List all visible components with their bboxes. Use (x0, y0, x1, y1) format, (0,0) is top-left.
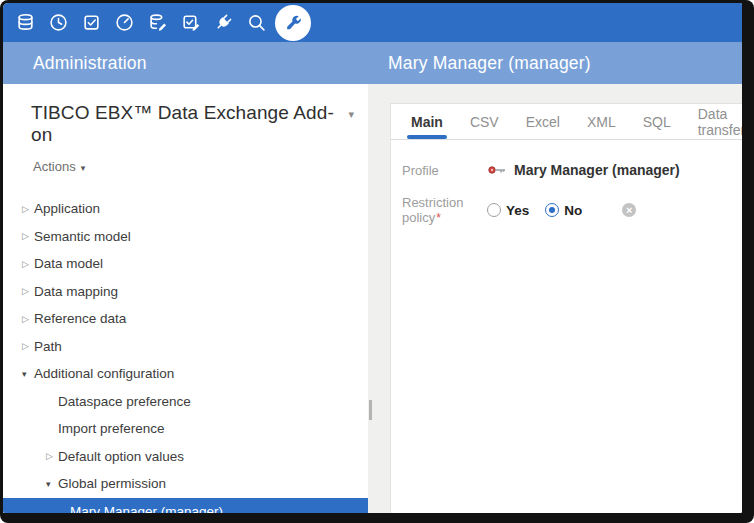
tree-item-path[interactable]: ▷Path (3, 333, 368, 361)
tab-bar: MainCSVExcelXMLSQLData transfer (391, 104, 742, 140)
expand-collapsed-icon[interactable]: ▷ (22, 286, 34, 296)
record-form-card: MainCSVExcelXMLSQLData transfer Profile (390, 103, 742, 513)
checklist-icon (82, 13, 101, 32)
profile-label: Profile (402, 163, 487, 178)
tab-sql[interactable]: SQL (643, 104, 671, 140)
record-form: Profile Mary Manager (manager) (391, 140, 742, 225)
expand-expanded-icon[interactable]: ▾ (46, 479, 58, 489)
tree-item-label: Global permission (58, 476, 166, 491)
restriction-policy-radio-group: YesNo× (487, 203, 636, 218)
right-pane-header: Mary Manager (manager) (368, 42, 742, 84)
tree-item-label: Import preference (58, 421, 165, 436)
form-edit-icon[interactable] (174, 3, 207, 42)
clock-icon (49, 13, 68, 32)
left-pane-title: Administration (33, 53, 147, 74)
tab-main[interactable]: Main (411, 104, 443, 140)
tree-item-dataspace-preference[interactable]: Dataspace preference (3, 388, 368, 416)
tree-item-label: Additional configuration (34, 366, 174, 381)
radio-yes-label: Yes (506, 203, 529, 218)
tree-item-import-preference[interactable]: Import preference (3, 415, 368, 443)
expand-collapsed-icon[interactable]: ▷ (22, 231, 34, 241)
page-title: Mary Manager (manager) (388, 53, 591, 74)
tree-item-global-permission[interactable]: ▾Global permission (3, 470, 368, 498)
expand-collapsed-icon[interactable]: ▷ (22, 259, 34, 269)
tree-item-application[interactable]: ▷Application (3, 195, 368, 223)
required-asterisk: * (436, 211, 441, 225)
plug-icon (214, 13, 233, 32)
expand-collapsed-icon[interactable]: ▷ (22, 314, 34, 324)
chevron-down-icon: ▾ (81, 163, 86, 173)
expand-collapsed-icon[interactable]: ▷ (22, 341, 34, 351)
radio-yes[interactable]: Yes (487, 203, 529, 218)
wrench-icon-active[interactable] (273, 3, 313, 42)
expand-expanded-icon[interactable]: ▾ (22, 369, 34, 379)
left-pane-header: Administration (3, 42, 368, 84)
profile-value: Mary Manager (manager) (514, 162, 680, 178)
tree-item-label: Dataspace preference (58, 394, 191, 409)
expand-collapsed-icon[interactable]: ▷ (22, 204, 34, 214)
module-dropdown-caret-icon[interactable]: ▾ (348, 108, 354, 121)
radio-no-label: No (564, 203, 582, 218)
app-content: Administration Mary Manager (manager) TI… (3, 3, 742, 513)
tree-item-data-mapping[interactable]: ▷Data mapping (3, 278, 368, 306)
main-body: TIBCO EBX™ Data Exchange Add-on ▾ Action… (3, 84, 742, 513)
tree-item-label: Default option values (58, 449, 184, 464)
restriction-policy-field: Restriction policy* YesNo× (402, 195, 742, 225)
top-toolbar (3, 3, 742, 42)
header-bar: Administration Mary Manager (manager) (3, 42, 742, 84)
profile-field: Profile Mary Manager (manager) (402, 160, 742, 180)
tree-item-label: Application (34, 201, 100, 216)
tab-data-transfer[interactable]: Data transfer (698, 104, 742, 140)
tree-item-label: Mary Manager (manager) (70, 504, 223, 513)
tree-item-data-model[interactable]: ▷Data model (3, 250, 368, 278)
navigation-panel: TIBCO EBX™ Data Exchange Add-on ▾ Action… (3, 84, 368, 513)
wrench-icon (275, 5, 311, 41)
clear-value-button[interactable]: × (622, 203, 636, 217)
tree-item-mary-manager-manager[interactable]: Mary Manager (manager) (3, 498, 368, 514)
tree-item-label: Semantic model (34, 229, 131, 244)
data-edit-icon[interactable] (141, 3, 174, 42)
module-title: TIBCO EBX™ Data Exchange Add-on (31, 102, 334, 145)
tree-item-semantic-model[interactable]: ▷Semantic model (3, 223, 368, 251)
database-icon (16, 13, 35, 32)
radio-no[interactable]: No (545, 203, 582, 218)
clock-icon[interactable] (42, 3, 75, 42)
search-icon (247, 13, 266, 32)
tree-item-label: Data mapping (34, 284, 118, 299)
navigation-tree: ▷Application▷Semantic model▷Data model▷D… (3, 195, 368, 513)
data-edit-icon (148, 13, 168, 32)
module-title-row: TIBCO EBX™ Data Exchange Add-on ▾ (3, 84, 368, 146)
dashboard-icon[interactable] (108, 3, 141, 42)
app-window: Administration Mary Manager (manager) TI… (0, 0, 754, 523)
tree-item-label: Data model (34, 256, 103, 271)
tab-csv[interactable]: CSV (470, 104, 499, 140)
database-icon[interactable] (9, 3, 42, 42)
search-icon[interactable] (240, 3, 273, 42)
expand-collapsed-icon[interactable]: ▷ (46, 451, 58, 461)
foreign-key-icon[interactable] (487, 164, 506, 176)
tree-item-reference-data[interactable]: ▷Reference data (3, 305, 368, 333)
dashboard-icon (115, 13, 134, 32)
restriction-policy-label: Restriction policy* (402, 195, 487, 225)
radio-yes-circle-icon (487, 203, 501, 217)
tree-item-label: Path (34, 339, 62, 354)
radio-no-circle-icon (545, 203, 559, 217)
tree-item-additional-configuration[interactable]: ▾Additional configuration (3, 360, 368, 388)
form-edit-icon (181, 13, 201, 32)
tree-item-label: Reference data (34, 311, 126, 326)
plug-icon[interactable] (207, 3, 240, 42)
tree-item-default-option-values[interactable]: ▷Default option values (3, 443, 368, 471)
actions-label: Actions (33, 159, 76, 174)
tab-xml[interactable]: XML (587, 104, 616, 140)
checklist-icon[interactable] (75, 3, 108, 42)
tab-excel[interactable]: Excel (526, 104, 560, 140)
actions-menu-button[interactable]: Actions▾ (33, 159, 85, 174)
content-panel: MainCSVExcelXMLSQLData transfer Profile (368, 84, 742, 513)
